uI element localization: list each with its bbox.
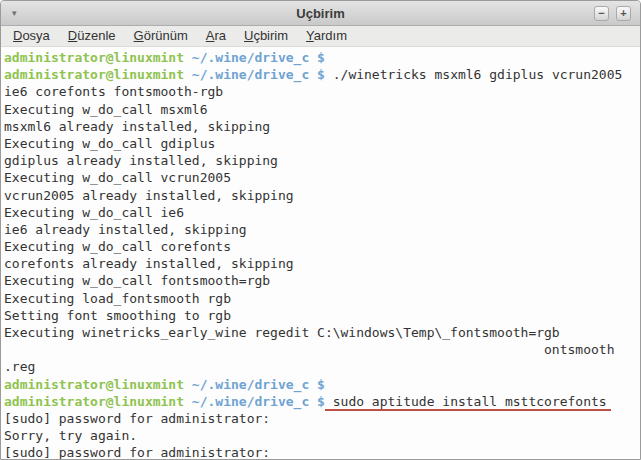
prompt-user: administrator@linuxmint <box>4 50 184 65</box>
terminal-line: Executing w_do_call ie6 <box>4 204 640 221</box>
terminal-text: Setting font smoothing to rgb <box>4 308 231 323</box>
terminal-line: corefonts already installed, skipping <box>4 255 640 272</box>
terminal-text: Executing winetricks_early_wine regedit … <box>4 325 560 340</box>
window-menu-icon[interactable]: ▾ <box>12 9 17 18</box>
terminal-line: ie6 corefonts fontsmooth-rgb <box>4 83 640 100</box>
terminal-line: Executing w_do_call fontsmooth=rgb <box>4 272 640 289</box>
terminal-line: msxml6 already installed, skipping <box>4 118 640 135</box>
terminal-text: Executing w_do_call msxml6 <box>4 102 208 117</box>
terminal-line: administrator@linuxmint ~/.wine/drive_c … <box>4 393 640 410</box>
terminal-text: msxml6 already installed, skipping <box>4 119 270 134</box>
terminal-text: .reg <box>4 359 35 374</box>
menu-label: örünüm <box>144 28 188 43</box>
terminal-line: Executing load_fontsmooth rgb <box>4 290 640 307</box>
menubar: Dosya Düzenle Görünüm Ara Uçbirim Yardım <box>1 26 640 47</box>
terminal-text: [sudo] password for administrator: <box>4 411 278 426</box>
terminal-text: ie6 corefonts fontsmooth-rgb <box>4 84 223 99</box>
menu-label: D <box>13 28 22 43</box>
window-controls: − + <box>594 6 631 21</box>
menu-label: U <box>244 28 253 43</box>
terminal-window: ▾ Uçbirim − + Dosya Düzenle Görünüm Ara … <box>0 0 641 460</box>
prompt-user: administrator@linuxmint <box>4 394 184 409</box>
menu-ara[interactable]: Ara <box>197 27 235 45</box>
prompt-user: administrator@linuxmint <box>4 377 184 392</box>
menu-label: G <box>134 28 144 43</box>
menu-duzenle[interactable]: Düzenle <box>59 27 125 45</box>
terminal-line: Executing w_do_call msxml6 <box>4 101 640 118</box>
terminal-line: vcrun2005 already installed, skipping <box>4 187 640 204</box>
menu-label: Y <box>306 28 314 43</box>
terminal-text: ontsmooth <box>4 342 614 357</box>
terminal-line: Sorry, try again. <box>4 427 640 444</box>
terminal-text <box>184 50 192 65</box>
terminal-text: Sorry, try again. <box>4 428 137 443</box>
prompt-path: ~/.wine/drive_c $ <box>192 50 325 65</box>
prompt-path: ~/.wine/drive_c $ <box>192 67 325 82</box>
minimize-button[interactable]: − <box>594 6 609 21</box>
menu-label: üzenle <box>77 28 115 43</box>
prompt-path: ~/.wine/drive_c $ <box>192 394 325 409</box>
terminal-line: .reg <box>4 358 640 375</box>
menu-label: D <box>68 28 77 43</box>
terminal-line: Executing w_do_call gdiplus <box>4 135 640 152</box>
menu-dosya[interactable]: Dosya <box>4 27 59 45</box>
prompt-path: ~/.wine/drive_c $ <box>192 377 325 392</box>
menu-ucbirim[interactable]: Uçbirim <box>235 27 297 45</box>
menu-label: çbirim <box>253 28 288 43</box>
terminal-text: [sudo] password for administrator: <box>4 445 278 460</box>
annotated-command: sudo aptitude install msttcorefonts <box>325 394 611 411</box>
terminal-text: Executing w_do_call ie6 <box>4 205 184 220</box>
terminal-line: ontsmooth <box>4 341 640 358</box>
terminal-line: [sudo] password for administrator: <box>4 444 640 460</box>
terminal-line: ie6 already installed, skipping <box>4 221 640 238</box>
terminal-line: administrator@linuxmint ~/.wine/drive_c … <box>4 49 640 66</box>
terminal-text: ./winetricks msxml6 gdiplus vcrun2005 <box>325 67 622 82</box>
terminal-line: administrator@linuxmint ~/.wine/drive_c … <box>4 376 640 393</box>
menu-label: ardım <box>314 28 347 43</box>
terminal-text: corefonts already installed, skipping <box>4 256 294 271</box>
terminal-text: Executing load_fontsmooth rgb <box>4 291 231 306</box>
terminal-output[interactable]: administrator@linuxmint ~/.wine/drive_c … <box>1 47 640 460</box>
menu-label: ra <box>214 28 226 43</box>
terminal-text: Executing w_do_call fontsmooth=rgb <box>4 273 270 288</box>
terminal-text <box>184 67 192 82</box>
terminal-line: administrator@linuxmint ~/.wine/drive_c … <box>4 66 640 83</box>
terminal-text: gdiplus already installed, skipping <box>4 153 278 168</box>
terminal-text <box>184 394 192 409</box>
terminal-text <box>184 377 192 392</box>
maximize-button[interactable]: + <box>616 6 631 21</box>
terminal-line: [sudo] password for administrator: <box>4 410 640 427</box>
terminal-text: Executing w_do_call vcrun2005 <box>4 170 231 185</box>
terminal-text: vcrun2005 already installed, skipping <box>4 188 294 203</box>
terminal-text: ie6 already installed, skipping <box>4 222 247 237</box>
menu-label: osya <box>22 28 49 43</box>
terminal-text: Executing w_do_call corefonts <box>4 239 231 254</box>
menu-yardim[interactable]: Yardım <box>297 27 356 45</box>
window-title: Uçbirim <box>1 6 640 21</box>
terminal-line: Setting font smoothing to rgb <box>4 307 640 324</box>
menu-gorunum[interactable]: Görünüm <box>125 27 197 45</box>
terminal-text: Executing w_do_call gdiplus <box>4 136 215 151</box>
terminal-line: gdiplus already installed, skipping <box>4 152 640 169</box>
prompt-user: administrator@linuxmint <box>4 67 184 82</box>
terminal-line: Executing w_do_call corefonts <box>4 238 640 255</box>
terminal-line: Executing w_do_call vcrun2005 <box>4 169 640 186</box>
terminal-line: Executing winetricks_early_wine regedit … <box>4 324 640 341</box>
titlebar[interactable]: ▾ Uçbirim − + <box>1 1 640 26</box>
